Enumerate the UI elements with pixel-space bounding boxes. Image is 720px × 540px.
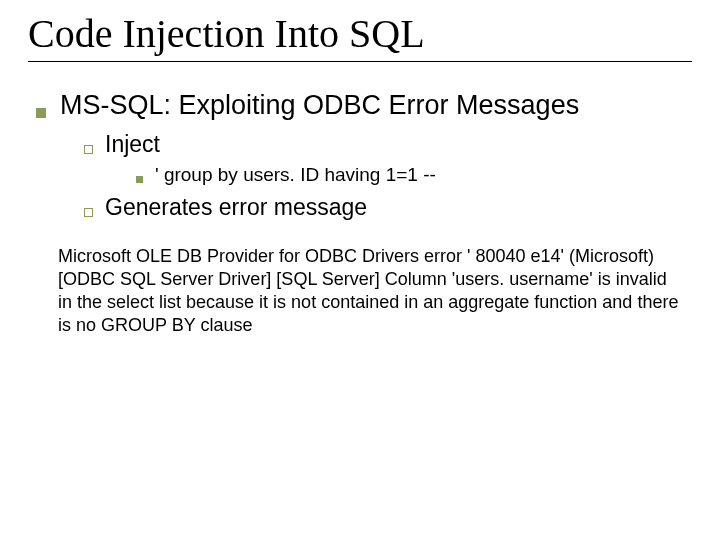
bullet-level2-generates: Generates error message xyxy=(84,194,692,221)
level2-text: Inject xyxy=(105,131,160,158)
slide: Code Injection Into SQL MS-SQL: Exploiti… xyxy=(0,0,720,337)
square-bullet-icon xyxy=(36,108,46,118)
bullet-level2-inject: Inject xyxy=(84,131,692,158)
bullet-level1: MS-SQL: Exploiting ODBC Error Messages xyxy=(36,90,692,121)
hollow-square-icon xyxy=(84,145,93,154)
error-message-body: Microsoft OLE DB Provider for ODBC Drive… xyxy=(58,245,684,337)
level1-text: MS-SQL: Exploiting ODBC Error Messages xyxy=(60,90,579,121)
title-rule xyxy=(28,61,692,62)
level3-text: ' group by users. ID having 1=1 -- xyxy=(155,164,436,186)
level2-text: Generates error message xyxy=(105,194,367,221)
hollow-square-icon xyxy=(84,208,93,217)
page-title: Code Injection Into SQL xyxy=(28,10,692,57)
square-bullet-icon xyxy=(136,176,143,183)
bullet-level3-code: ' group by users. ID having 1=1 -- xyxy=(136,164,692,186)
